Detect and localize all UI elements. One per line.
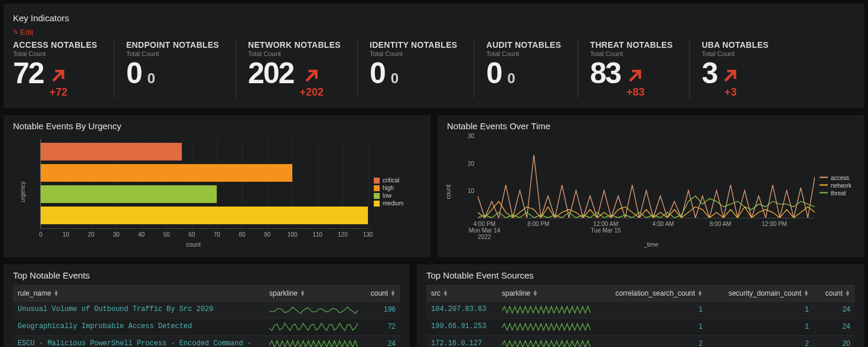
count-cell: 72 <box>359 319 400 335</box>
x-tick: 80 <box>239 231 245 238</box>
indicator-delta: 0 <box>507 70 515 87</box>
arrow-up-right-icon <box>51 68 66 83</box>
col-sparkline[interactable]: sparkline ▲▼ <box>497 286 595 301</box>
indicator[interactable]: IDENTITY NOTABLESTotal Count00 <box>370 40 474 99</box>
sparkline-cell <box>497 319 595 335</box>
legend-item[interactable]: access <box>820 174 855 181</box>
bar-medium[interactable] <box>41 207 368 224</box>
overtime-title: Notable Events Over Time <box>447 121 855 131</box>
indicator[interactable]: UBA NOTABLESTotal Count3+3 <box>701 40 785 99</box>
count-cell: 24 <box>814 319 855 335</box>
table-row[interactable]: ESCU - Malicious PowerShell Process - En… <box>13 336 400 347</box>
urgency-chart[interactable]: urgency 0102030405060708090100110120130 … <box>13 136 374 248</box>
arrow-up-right-icon <box>723 68 738 83</box>
bar-low[interactable] <box>41 185 217 203</box>
rule-name-cell[interactable]: Unusual Volume of Outbound Traffic By Sr… <box>13 302 265 318</box>
indicator-delta: +202 <box>299 68 324 99</box>
indicator-title: NETWORK NOTABLES <box>248 40 341 50</box>
indicator-delta: +72 <box>50 68 68 99</box>
indicator-title: UBA NOTABLES <box>701 40 768 50</box>
edit-link[interactable]: ✎ Edit <box>13 28 33 37</box>
sparkline-cell <box>265 336 359 347</box>
src-cell[interactable]: 104.207.83.63 <box>426 302 497 318</box>
x-tick: 60 <box>188 231 195 238</box>
src-cell[interactable]: 172.16.0.127 <box>426 336 497 347</box>
sparkline <box>269 305 358 315</box>
rule-name-cell[interactable]: ESCU - Malicious PowerShell Process - En… <box>13 336 265 347</box>
indicator[interactable]: ENDPOINT NOTABLESTotal Count00 <box>126 40 236 99</box>
x-tick: 70 <box>214 231 220 238</box>
sparkline-cell <box>265 302 359 318</box>
sort-icon: ▲▼ <box>390 290 396 297</box>
legend-line <box>820 177 828 178</box>
overtime-panel: Notable Events Over Time count 102030 4:… <box>438 115 864 257</box>
x-tick: 50 <box>164 231 170 238</box>
indicator-row: ACCESS NOTABLESTotal Count72+72ENDPOINT … <box>13 40 855 99</box>
col-csc[interactable]: correlation_search_count ▲▼ <box>595 286 707 301</box>
table-row[interactable]: 199.66.91.2531124 <box>426 319 855 336</box>
table-row[interactable]: 104.207.83.631124 <box>426 302 855 319</box>
top-sources-title: Top Notable Event Sources <box>426 270 855 280</box>
indicator-title: AUDIT NOTABLES <box>486 40 561 50</box>
x-tick: 4:00 AM <box>652 221 674 227</box>
y-tick: 10 <box>468 188 474 194</box>
legend-line <box>820 185 828 186</box>
table-row[interactable]: 172.16.0.1272220 <box>426 336 855 347</box>
arrow-up-right-icon <box>628 68 643 83</box>
sparkline <box>502 339 590 347</box>
sparkline <box>269 322 358 332</box>
indicator-value: 72 <box>13 58 44 88</box>
indicator[interactable]: NETWORK NOTABLESTotal Count202+202 <box>248 40 358 99</box>
table-row[interactable]: Geographically Improbable Access Detecte… <box>13 319 400 336</box>
overtime-chart[interactable]: count 102030 4:00 PM Mon Mar 14 20228:00… <box>447 136 855 248</box>
count-cell: 20 <box>814 336 855 347</box>
sdc-cell: 1 <box>707 319 814 335</box>
urgency-title: Notable Events By Urgency <box>13 121 421 131</box>
legend-item[interactable]: threat <box>820 189 855 196</box>
col-sdc[interactable]: security_domain_count ▲▼ <box>707 286 814 301</box>
pencil-icon: ✎ <box>13 28 18 36</box>
sdc-cell: 2 <box>707 336 814 347</box>
indicator[interactable]: ACCESS NOTABLESTotal Count72+72 <box>13 40 115 99</box>
indicator-title: THREAT NOTABLES <box>590 40 673 50</box>
legend-item[interactable]: high <box>374 185 421 191</box>
sparkline-cell <box>497 336 595 347</box>
sort-icon: ▲▼ <box>300 290 305 297</box>
indicator[interactable]: AUDIT NOTABLESTotal Count00 <box>486 40 578 99</box>
col-count[interactable]: count ▲▼ <box>359 286 400 301</box>
legend-label: access <box>831 174 849 181</box>
col-count[interactable]: count ▲▼ <box>814 286 855 301</box>
legend-label: low <box>383 192 391 199</box>
legend-item[interactable]: medium <box>374 200 421 207</box>
legend-item[interactable]: critical <box>374 177 421 184</box>
sort-icon: ▲▼ <box>697 290 703 297</box>
table-row[interactable]: Unusual Volume of Outbound Traffic By Sr… <box>13 302 400 319</box>
indicator-value: 0 <box>126 58 142 88</box>
legend-item[interactable]: network <box>820 182 855 188</box>
src-cell[interactable]: 199.66.91.253 <box>426 319 497 335</box>
col-rule-name[interactable]: rule_name ▲▼ <box>13 286 265 301</box>
series-access[interactable] <box>478 155 815 218</box>
count-cell: 24 <box>814 302 855 318</box>
rule-name-cell[interactable]: Geographically Improbable Access Detecte… <box>13 319 265 335</box>
col-src[interactable]: src ▲▼ <box>426 286 497 301</box>
sdc-cell: 1 <box>707 302 814 318</box>
x-tick: 8:00 AM <box>710 221 732 227</box>
legend-item[interactable]: low <box>374 192 421 199</box>
bar-critical[interactable] <box>41 143 182 161</box>
sparkline <box>502 305 590 315</box>
legend-swatch <box>374 201 380 207</box>
overtime-xlabel: _time <box>447 241 855 248</box>
x-tick: 130 <box>363 231 373 238</box>
sparkline-cell <box>265 319 359 335</box>
bar-high[interactable] <box>41 164 292 182</box>
x-tick: 120 <box>338 231 348 238</box>
x-tick: 10 <box>63 231 69 238</box>
count-cell: 24 <box>359 336 400 347</box>
x-tick: 0 <box>39 231 43 238</box>
col-sparkline[interactable]: sparkline ▲▼ <box>265 286 359 301</box>
indicator[interactable]: THREAT NOTABLESTotal Count83+83 <box>590 40 690 99</box>
indicator-value: 202 <box>248 58 293 88</box>
urgency-legend: criticalhighlowmedium <box>374 136 421 248</box>
urgency-xlabel: count <box>13 241 374 248</box>
